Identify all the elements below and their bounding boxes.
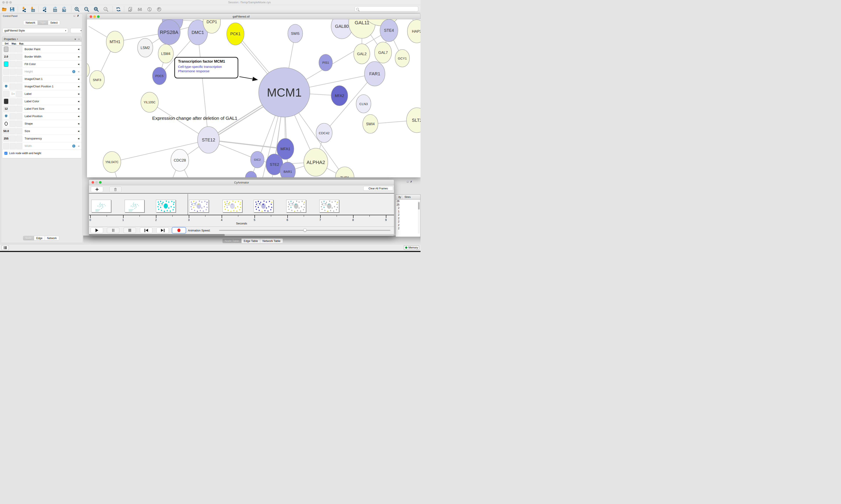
expand-row-icon[interactable]: ◀ [78, 63, 79, 65]
mapping-cell[interactable] [10, 69, 16, 75]
expand-row-icon[interactable]: ◀ [78, 78, 79, 80]
default-value-cell[interactable] [3, 84, 9, 90]
tab-node-style[interactable]: Node [23, 236, 34, 240]
network-node-purpbottom[interactable] [245, 171, 257, 177]
mapping-cell[interactable] [10, 136, 16, 142]
mapping-cell[interactable] [10, 54, 16, 60]
collapse-all-icon[interactable]: » [77, 38, 80, 40]
bypass-cell[interactable] [16, 143, 22, 149]
results-row[interactable]: 2 [396, 223, 420, 227]
network-node-leftcut[interactable] [87, 63, 90, 77]
column-divider[interactable] [402, 195, 402, 199]
network-canvas[interactable]: RPS28ADMC1DCP1PCK1SWI5GAL80GAL11STE4HAP2… [87, 19, 420, 177]
network-node-pis1[interactable]: PIS1 [319, 54, 333, 71]
property-row[interactable]: 50.0Size◀ [2, 127, 82, 135]
network-node-rps28a[interactable]: RPS28A [158, 20, 180, 45]
delete-frame-button[interactable] [109, 186, 122, 192]
expand-row-icon[interactable]: ◀ [78, 93, 79, 95]
results-row[interactable]: 2 [396, 206, 420, 210]
search-documents-icon[interactable] [137, 6, 143, 12]
tab-style[interactable]: Style [38, 20, 48, 25]
results-scrollbar[interactable] [418, 201, 420, 234]
pause-button[interactable] [107, 228, 119, 233]
default-value-cell[interactable] [3, 113, 9, 119]
network-node-cln3[interactable]: CLN3 [356, 94, 371, 113]
tab-network-table[interactable]: Network Table [260, 238, 283, 243]
open-session-icon[interactable] [1, 6, 7, 12]
tab-select[interactable]: Select [48, 20, 60, 25]
property-row[interactable]: ⋮›Label◀ [2, 90, 82, 98]
bypass-cell[interactable] [16, 106, 22, 112]
export-image-icon[interactable] [61, 6, 67, 12]
mapping-cell[interactable] [10, 46, 16, 52]
export-table-icon[interactable] [52, 6, 58, 12]
task-history-button[interactable] [2, 245, 9, 250]
zoom-selected-icon[interactable] [103, 6, 109, 12]
timeline-area[interactable]: 0123456789 Seconds [89, 193, 394, 226]
default-value-cell[interactable] [3, 69, 9, 75]
zoom-fit-icon[interactable] [93, 6, 99, 12]
bypass-cell[interactable] [16, 128, 22, 134]
annotation-link[interactable]: Cell-type-specific transcription [178, 65, 235, 69]
default-value-cell[interactable] [3, 98, 9, 105]
network-node-slt2[interactable]: SLT2 [407, 108, 420, 133]
go-to-start-button[interactable] [140, 228, 153, 233]
bypass-cell[interactable] [16, 136, 22, 142]
property-row[interactable]: Border Paint◀ [2, 46, 82, 53]
lock-size-row[interactable]: ✓ Lock node width and height [2, 150, 82, 157]
expand-row-icon[interactable]: ◀ [78, 71, 79, 73]
network-node-mcm1[interactable]: MCM1 [258, 68, 310, 117]
default-value-cell[interactable] [3, 121, 9, 127]
network-node-lsm4[interactable]: LSM4 [158, 44, 174, 63]
timeline-frame-4[interactable] [222, 200, 242, 212]
float-panel-icon[interactable]: □ [74, 15, 75, 17]
export-network-icon[interactable] [42, 6, 48, 12]
bypass-cell[interactable] [16, 121, 22, 127]
expand-row-icon[interactable]: ◀ [78, 85, 79, 88]
close-window-button[interactable] [90, 15, 92, 18]
results-row[interactable]: 2 [396, 227, 420, 230]
expand-row-icon[interactable]: ◀ [78, 108, 79, 110]
default-value-cell[interactable] [3, 91, 9, 97]
zoom-window-button[interactable] [9, 1, 12, 4]
clear-all-frames-button[interactable]: Clear All Frames [363, 186, 393, 191]
import-network-icon[interactable] [21, 6, 27, 12]
tab-edge-style[interactable]: Edge [34, 236, 45, 240]
mapping-cell[interactable] [10, 106, 16, 112]
zoom-window-button[interactable] [97, 15, 100, 18]
network-window-titlebar[interactable]: galFiltered.sif [87, 14, 420, 19]
network-edge[interactable] [198, 32, 209, 140]
timeline-frame-3[interactable] [189, 200, 209, 212]
checkbox-checked-icon[interactable]: ✓ [4, 152, 7, 155]
network-node-swi4[interactable]: SWI4 [363, 114, 378, 133]
results-row[interactable]: 1 [396, 210, 420, 214]
mapping-cell[interactable] [10, 61, 16, 67]
style-options-button[interactable]: ▾ [70, 28, 82, 33]
search-field[interactable] [355, 6, 418, 12]
expand-row-icon[interactable]: ◀ [78, 123, 79, 125]
network-node-mth1[interactable]: MTH1 [106, 31, 124, 53]
results-panel-window-icons[interactable]: □✗ [407, 180, 414, 183]
network-node-alpha2[interactable]: ALPHA2 [304, 148, 328, 176]
zoom-window-button[interactable] [99, 181, 102, 184]
network-node-lsm2[interactable]: LSM2 [138, 38, 153, 57]
default-value-cell[interactable] [3, 76, 9, 82]
network-node-ste4[interactable]: STE4 [380, 19, 398, 41]
expand-all-icon[interactable]: » [74, 38, 77, 40]
expand-row-icon[interactable]: ◀ [78, 100, 79, 103]
info-icon[interactable]: i [72, 70, 75, 73]
scrollbar-thumb[interactable] [89, 234, 225, 236]
network-node-yil105c[interactable]: YIL105C [141, 92, 158, 112]
bypass-cell[interactable] [16, 84, 22, 90]
network-node-gal2[interactable]: GAL2 [354, 44, 370, 64]
scrollbar-thumb[interactable] [418, 202, 419, 210]
expand-row-icon[interactable]: ◀ [78, 138, 79, 140]
timeline-frame-7[interactable] [319, 200, 339, 212]
mapping-cell[interactable] [10, 98, 16, 105]
network-node-gal7[interactable]: GAL7 [375, 42, 392, 63]
default-value-cell[interactable]: 12 [3, 106, 9, 112]
expand-row-icon[interactable]: ◀ [78, 48, 79, 50]
minimize-window-button[interactable] [6, 1, 8, 4]
results-row[interactable]: 2 [396, 213, 420, 217]
bypass-cell[interactable] [16, 113, 22, 119]
